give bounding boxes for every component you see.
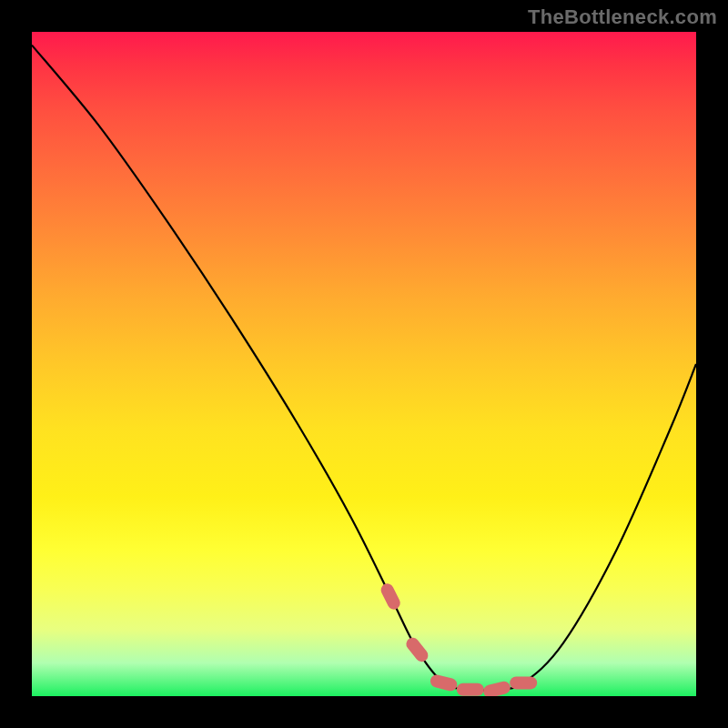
optimal-marker [510, 676, 537, 689]
optimal-marker [379, 581, 402, 612]
plot-area [32, 32, 696, 696]
optimal-marker [457, 683, 484, 696]
optimal-marker [404, 635, 431, 664]
chart-svg [32, 32, 696, 696]
site-watermark: TheBottleneck.com [528, 5, 717, 29]
optimal-range-markers [379, 581, 537, 696]
optimal-marker [429, 673, 458, 693]
bottleneck-curve [32, 46, 696, 691]
optimal-marker [482, 680, 511, 696]
chart-frame: TheBottleneck.com [0, 0, 728, 728]
